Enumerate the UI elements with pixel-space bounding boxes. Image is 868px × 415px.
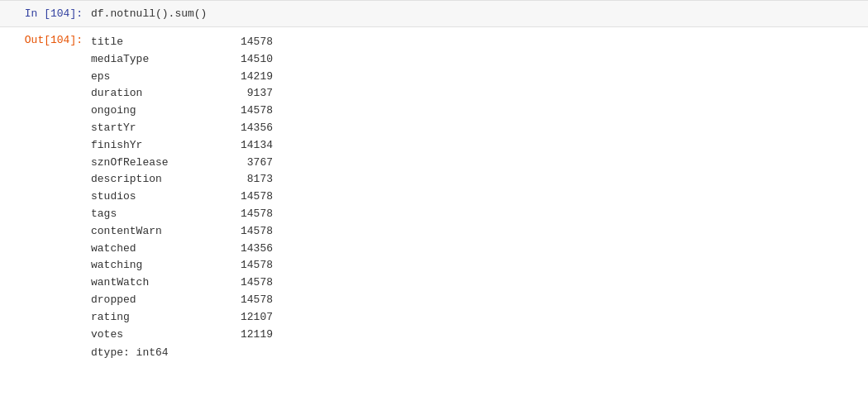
row-field-name: studios — [91, 188, 223, 206]
row-field-value: 14356 — [223, 120, 273, 137]
table-row: watched14356 — [91, 241, 273, 258]
row-field-value: 14578 — [223, 274, 273, 292]
table-row: mediaType14510 — [91, 51, 273, 69]
row-field-name: title — [91, 34, 223, 51]
row-field-value: 14578 — [223, 206, 273, 223]
row-field-name: ongoing — [91, 103, 223, 120]
table-row: eps14219 — [91, 69, 273, 86]
row-field-name: wantWatch — [91, 274, 223, 292]
row-field-name: dropped — [91, 292, 223, 309]
row-field-name: contentWarn — [91, 223, 223, 241]
row-field-value: 14578 — [223, 292, 273, 309]
row-field-name: watching — [91, 257, 223, 274]
input-code[interactable]: df.notnull().sum() — [91, 7, 860, 20]
table-row: votes12119 — [91, 327, 273, 344]
row-field-value: 14578 — [223, 257, 273, 274]
table-row: sznOfRelease 3767 — [91, 155, 273, 172]
row-field-value: 14578 — [223, 223, 273, 241]
input-cell: In [104]: df.notnull().sum() — [0, 0, 868, 27]
row-field-value: 12119 — [223, 327, 273, 344]
row-field-value: 14510 — [223, 51, 273, 69]
row-field-value: 14578 — [223, 34, 273, 51]
table-row: wantWatch14578 — [91, 274, 273, 292]
table-row: description 8173 — [91, 171, 273, 188]
row-field-value: 8173 — [223, 171, 273, 188]
row-field-name: sznOfRelease — [91, 155, 223, 172]
row-field-name: description — [91, 171, 223, 188]
output-table: title14578mediaType14510eps14219duration… — [91, 34, 273, 362]
table-row: rating12107 — [91, 309, 273, 327]
row-field-value: 14134 — [223, 137, 273, 155]
row-field-value: 14356 — [223, 241, 273, 258]
row-field-name: rating — [91, 309, 223, 327]
row-field-value: 14578 — [223, 103, 273, 120]
dtype-line: dtype: int64 — [91, 345, 273, 362]
row-field-name: duration — [91, 85, 223, 103]
row-field-value: 9137 — [223, 85, 273, 103]
table-row: duration 9137 — [91, 85, 273, 103]
row-field-value: 12107 — [223, 309, 273, 327]
output-prompt: Out[104]: — [8, 34, 91, 46]
row-field-value: 14578 — [223, 188, 273, 206]
table-row: contentWarn14578 — [91, 223, 273, 241]
table-row: watching14578 — [91, 257, 273, 274]
row-field-name: startYr — [91, 120, 223, 137]
row-field-value: 14219 — [223, 69, 273, 86]
table-row: studios14578 — [91, 188, 273, 206]
row-field-name: finishYr — [91, 137, 223, 155]
row-field-name: watched — [91, 241, 223, 258]
row-field-name: tags — [91, 206, 223, 223]
table-row: ongoing14578 — [91, 103, 273, 120]
output-cell: Out[104]: title14578mediaType14510eps142… — [0, 27, 868, 369]
row-field-name: mediaType — [91, 51, 223, 69]
row-field-name: eps — [91, 69, 223, 86]
table-row: title14578 — [91, 34, 273, 51]
row-field-value: 3767 — [223, 155, 273, 172]
row-field-name: votes — [91, 327, 223, 344]
table-row: dropped14578 — [91, 292, 273, 309]
table-row: tags14578 — [91, 206, 273, 223]
input-prompt: In [104]: — [8, 7, 91, 20]
table-row: finishYr14134 — [91, 137, 273, 155]
table-row: startYr14356 — [91, 120, 273, 137]
